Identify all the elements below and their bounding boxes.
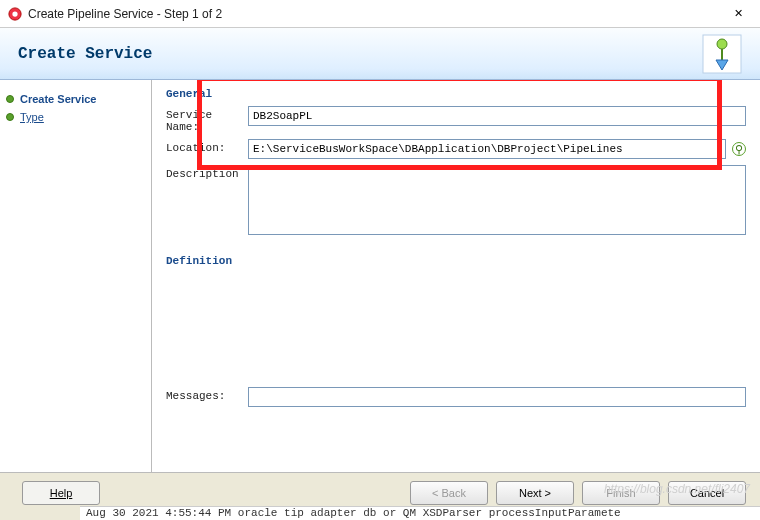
back-button[interactable]: < Back [410, 481, 488, 505]
magnifier-icon: ⚲ [735, 143, 743, 156]
watermark-text: https://blog.csdn.net/flj2407 [604, 482, 750, 496]
sidebar-item-create-service[interactable]: Create Service [0, 90, 151, 108]
help-button[interactable]: Help [22, 481, 100, 505]
messages-row: Messages: [166, 387, 746, 407]
step-bullet-icon [6, 113, 14, 121]
svg-point-1 [12, 11, 17, 16]
wizard-steps-sidebar: Create Service Type [0, 80, 152, 472]
sidebar-item-type[interactable]: Type [0, 108, 151, 126]
section-definition-title: Definition [166, 255, 746, 267]
banner: Create Service [0, 28, 760, 80]
status-bar: Aug 30 2021 4:55:44 PM oracle tip adapte… [80, 506, 760, 520]
service-name-label: Service Name: [166, 106, 248, 133]
messages-label: Messages: [166, 387, 248, 402]
sidebar-item-label: Create Service [20, 93, 96, 105]
next-button[interactable]: Next > [496, 481, 574, 505]
description-input[interactable] [248, 165, 746, 235]
messages-input[interactable] [248, 387, 746, 407]
titlebar: Create Pipeline Service - Step 1 of 2 ✕ [0, 0, 760, 28]
step-bullet-icon [6, 95, 14, 103]
app-icon [8, 7, 22, 21]
service-name-row: Service Name: [166, 106, 746, 133]
location-input[interactable] [248, 139, 726, 159]
window-title: Create Pipeline Service - Step 1 of 2 [28, 7, 718, 21]
description-label: Description [166, 165, 248, 180]
location-row: Location: ⚲ [166, 139, 746, 159]
close-button[interactable]: ✕ [718, 2, 758, 26]
section-general-title: General [166, 88, 746, 100]
description-row: Description [166, 165, 746, 237]
banner-title: Create Service [18, 45, 152, 63]
browse-location-button[interactable]: ⚲ [732, 142, 746, 156]
close-icon: ✕ [734, 7, 743, 20]
main-panel: General Service Name: Location: ⚲ Descri… [152, 80, 760, 472]
pipeline-icon [702, 34, 742, 74]
svg-point-3 [717, 39, 727, 49]
service-name-input[interactable] [248, 106, 746, 126]
sidebar-item-label: Type [20, 111, 44, 123]
body-area: Create Service Type General Service Name… [0, 80, 760, 472]
location-label: Location: [166, 139, 248, 154]
